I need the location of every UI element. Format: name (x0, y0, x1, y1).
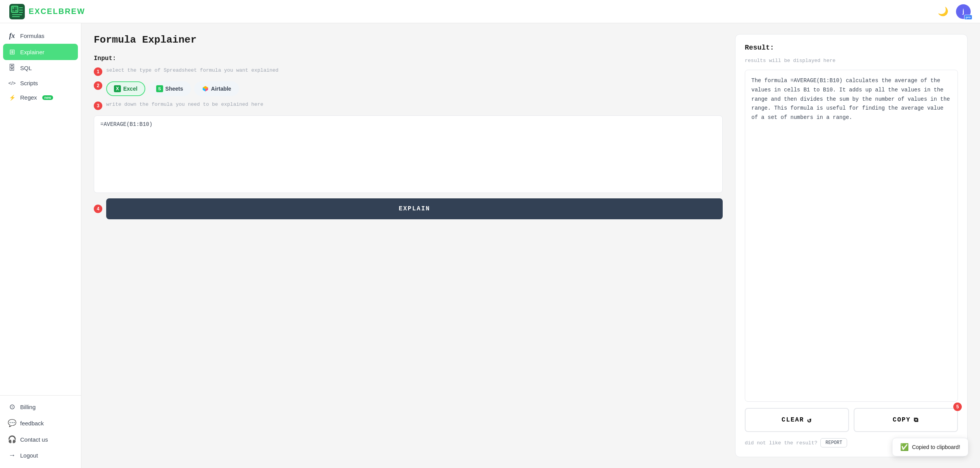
sheets-icon: S (156, 85, 163, 92)
copy-icon: ⧉ (914, 416, 919, 424)
result-box: The formula =AVERAGE(B1:B10) calculates … (745, 70, 958, 402)
sidebar-item-label: Explainer (20, 49, 45, 55)
step3-badge: 3 (94, 102, 102, 110)
contact-icon: 🎧 (8, 435, 16, 444)
formula-input[interactable]: =AVERAGE(B1:B10) (94, 115, 723, 193)
regex-badge: new (42, 95, 53, 100)
sidebar-item-logout[interactable]: → Logout (0, 447, 81, 463)
result-hint: results will be displayed here (745, 58, 958, 64)
feedback-icon: 💬 (8, 419, 16, 427)
logo-text: EXCELBREW (29, 7, 85, 16)
sidebar-item-sql[interactable]: 🗄 SQL (0, 60, 81, 76)
step4-row: 4 EXPLAIN (94, 198, 723, 219)
step5-row: 5 (953, 403, 962, 411)
svg-rect-4 (12, 10, 14, 12)
svg-rect-5 (15, 10, 17, 12)
result-label: Result: (745, 44, 958, 52)
regex-icon: ⚡ (8, 95, 16, 101)
step5-badge: 5 (953, 403, 962, 411)
clear-icon: ↺ (807, 416, 812, 424)
sidebar-item-regex[interactable]: ⚡ Regex new (0, 90, 81, 105)
svg-rect-2 (12, 7, 14, 9)
formula-hint: write down the formula you need to be ex… (106, 102, 264, 107)
toast-text: Copied to clipboard! (912, 444, 960, 450)
report-hint: did not like the result? (745, 440, 817, 446)
airtable-icon (202, 85, 209, 92)
main-content: Formula Explainer Input: 1 select the ty… (81, 23, 735, 468)
svg-rect-3 (15, 7, 17, 9)
avatar-badge: pro (964, 15, 972, 20)
sidebar-item-label: Formulas (20, 33, 45, 39)
sheets-label: Sheets (165, 86, 183, 92)
step1-badge: 1 (94, 67, 102, 76)
sidebar-item-formulas[interactable]: fx Formulas (0, 28, 81, 44)
sidebar-item-label: Regex (20, 94, 37, 101)
fx-icon: fx (8, 32, 16, 40)
sidebar-item-label: Logout (20, 452, 38, 459)
excel-label: Excel (123, 86, 138, 92)
step2-row: 2 X Excel S Sheets Airtable (94, 81, 723, 96)
copy-label: COPY (893, 416, 911, 423)
input-label: Input: (94, 55, 723, 62)
sidebar-item-explainer[interactable]: ⊞ Explainer (3, 44, 78, 60)
airtable-label: Airtable (211, 86, 231, 92)
logout-icon: → (8, 451, 16, 459)
code-icon: </> (8, 80, 16, 86)
page-title: Formula Explainer (94, 34, 723, 46)
sidebar: fx Formulas ⊞ Explainer 🗄 SQL </> Script… (0, 23, 81, 468)
excel-btn[interactable]: X Excel (106, 81, 145, 96)
step3-row: 3 write down the formula you need to be … (94, 102, 723, 110)
sidebar-item-contact[interactable]: 🎧 Contact us (0, 431, 81, 447)
clear-button[interactable]: CLEAR ↺ (745, 408, 849, 432)
main-layout: fx Formulas ⊞ Explainer 🗄 SQL </> Script… (0, 23, 980, 468)
logo: EXCELBREW (9, 4, 85, 19)
report-button[interactable]: REPORT (820, 438, 847, 447)
sidebar-item-label: Contact us (20, 436, 48, 443)
sidebar-item-scripts[interactable]: </> Scripts (0, 76, 81, 90)
excel-icon: X (114, 85, 121, 92)
header: EXCELBREW 🌙 j pro (0, 0, 980, 23)
sidebar-item-billing[interactable]: ⊙ Billing (0, 399, 81, 415)
header-right: 🌙 j pro (938, 4, 971, 19)
type-selector: X Excel S Sheets Airtable (106, 81, 239, 96)
result-actions: CLEAR ↺ COPY ⧉ 5 (745, 408, 958, 432)
sidebar-item-feedback[interactable]: 💬 feedback (0, 415, 81, 431)
sidebar-item-label: SQL (20, 65, 32, 71)
avatar[interactable]: j pro (956, 4, 971, 19)
sidebar-item-label: Billing (20, 404, 36, 410)
input-section: Input: 1 select the type of Spreadsheet … (94, 55, 723, 219)
dark-mode-icon[interactable]: 🌙 (938, 7, 948, 17)
clear-label: CLEAR (782, 416, 804, 423)
logo-icon (9, 4, 25, 19)
step2-badge: 2 (94, 81, 102, 90)
sidebar-item-label: Scripts (20, 80, 38, 86)
explainer-icon: ⊞ (8, 48, 16, 56)
sheets-btn[interactable]: S Sheets (148, 81, 191, 96)
toast: ✅ Copied to clipboard! (892, 438, 968, 456)
result-panel: Result: results will be displayed here T… (735, 34, 968, 457)
explain-button[interactable]: EXPLAIN (106, 198, 723, 219)
step4-badge: 4 (94, 205, 102, 213)
type-hint: select the type of Spreadsheet formula y… (106, 67, 279, 73)
sidebar-bottom: ⊙ Billing 💬 feedback 🎧 Contact us → Logo… (0, 395, 81, 463)
db-icon: 🗄 (8, 64, 16, 72)
step1-row: 1 select the type of Spreadsheet formula… (94, 67, 723, 76)
copy-button[interactable]: COPY ⧉ (854, 408, 958, 432)
airtable-btn[interactable]: Airtable (194, 81, 239, 96)
billing-icon: ⊙ (8, 403, 16, 411)
sidebar-item-label: feedback (20, 420, 44, 427)
toast-check-icon: ✅ (900, 443, 909, 451)
